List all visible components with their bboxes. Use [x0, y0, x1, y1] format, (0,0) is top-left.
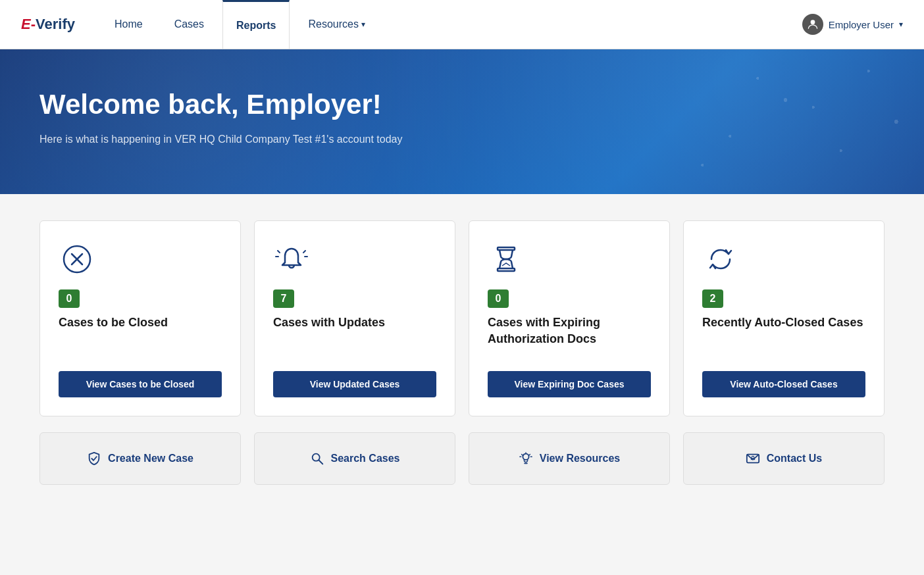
svg-line-15 — [521, 455, 522, 455]
search-cases-link[interactable]: Search Cases — [254, 432, 455, 485]
cases-to-close-title: Cases to be Closed — [59, 314, 222, 344]
auto-closed-badge: 2 — [702, 289, 723, 308]
user-dropdown-icon: ▾ — [899, 20, 903, 29]
nav-links: Home Cases Reports Resources ▾ — [101, 0, 802, 49]
view-resources-label: View Resources — [540, 453, 620, 464]
view-resources-link[interactable]: View Resources — [469, 432, 670, 485]
view-updated-cases-button[interactable]: View Updated Cases — [273, 371, 436, 397]
card-cases-with-updates: 7 Cases with Updates View Updated Cases — [254, 220, 455, 416]
lightbulb-icon — [519, 451, 533, 466]
view-cases-to-close-button[interactable]: View Cases to be Closed — [59, 371, 222, 397]
auto-closed-title: Recently Auto-Closed Cases — [702, 314, 865, 344]
card-cases-expiring-docs: 0 Cases with Expiring Authorization Docs… — [469, 220, 670, 416]
hourglass-icon — [488, 241, 525, 278]
search-cases-label: Search Cases — [331, 453, 400, 464]
logo-verify: Verify — [36, 16, 75, 33]
svg-line-6 — [303, 251, 305, 253]
view-expiring-doc-cases-button[interactable]: View Expiring Doc Cases — [488, 371, 651, 397]
chevron-down-icon: ▾ — [361, 20, 365, 29]
svg-point-10 — [312, 454, 319, 461]
search-icon — [310, 451, 324, 466]
envelope-icon — [746, 451, 760, 466]
svg-line-4 — [278, 251, 280, 253]
contact-us-link[interactable]: Contact Us — [683, 432, 885, 485]
logo[interactable]: E-Verify — [21, 16, 75, 33]
nav-reports[interactable]: Reports — [222, 0, 290, 49]
view-auto-closed-cases-button[interactable]: View Auto-Closed Cases — [702, 371, 865, 397]
user-name: Employer User — [829, 19, 894, 30]
svg-rect-8 — [498, 247, 515, 250]
svg-point-0 — [810, 20, 815, 24]
hero-title: Welcome back, Employer! — [39, 89, 885, 120]
checkmark-shield-icon — [87, 451, 101, 466]
nav-cases[interactable]: Cases — [161, 0, 217, 49]
svg-point-12 — [523, 454, 528, 460]
main-content: 0 Cases to be Closed View Cases to be Cl… — [0, 194, 924, 511]
cases-expiring-title: Cases with Expiring Authorization Docs — [488, 314, 651, 361]
cases-to-close-badge: 0 — [59, 289, 80, 308]
nav-resources[interactable]: Resources ▾ — [295, 0, 378, 49]
create-new-case-link[interactable]: Create New Case — [39, 432, 241, 485]
svg-rect-9 — [498, 268, 515, 271]
contact-us-label: Contact Us — [767, 453, 822, 464]
logo-dash: - — [31, 16, 36, 33]
svg-line-11 — [319, 461, 322, 464]
cards-grid: 0 Cases to be Closed View Cases to be Cl… — [39, 220, 885, 416]
refresh-icon — [702, 241, 739, 278]
cases-updates-title: Cases with Updates — [273, 314, 436, 344]
hero-subtitle: Here is what is happening in VER HQ Chil… — [39, 134, 885, 145]
hero-decoration — [370, 49, 924, 194]
quick-links-grid: Create New Case Search Cases — [39, 432, 885, 485]
logo-e: E — [21, 16, 31, 33]
user-menu[interactable]: Employer User ▾ — [802, 14, 903, 35]
card-auto-closed: 2 Recently Auto-Closed Cases View Auto-C… — [683, 220, 885, 416]
cases-updates-badge: 7 — [273, 289, 294, 308]
card-cases-to-be-closed: 0 Cases to be Closed View Cases to be Cl… — [39, 220, 241, 416]
cases-expiring-badge: 0 — [488, 289, 509, 308]
svg-line-16 — [529, 455, 530, 455]
navbar: E-Verify Home Cases Reports Resources ▾ … — [0, 0, 924, 49]
hero-banner: Welcome back, Employer! Here is what is … — [0, 49, 924, 194]
create-new-case-label: Create New Case — [108, 453, 193, 464]
nav-home[interactable]: Home — [101, 0, 156, 49]
nav-resources-label: Resources — [308, 18, 358, 30]
x-circle-icon — [59, 241, 95, 278]
bell-alert-icon — [273, 241, 310, 278]
user-avatar-icon — [802, 14, 823, 35]
